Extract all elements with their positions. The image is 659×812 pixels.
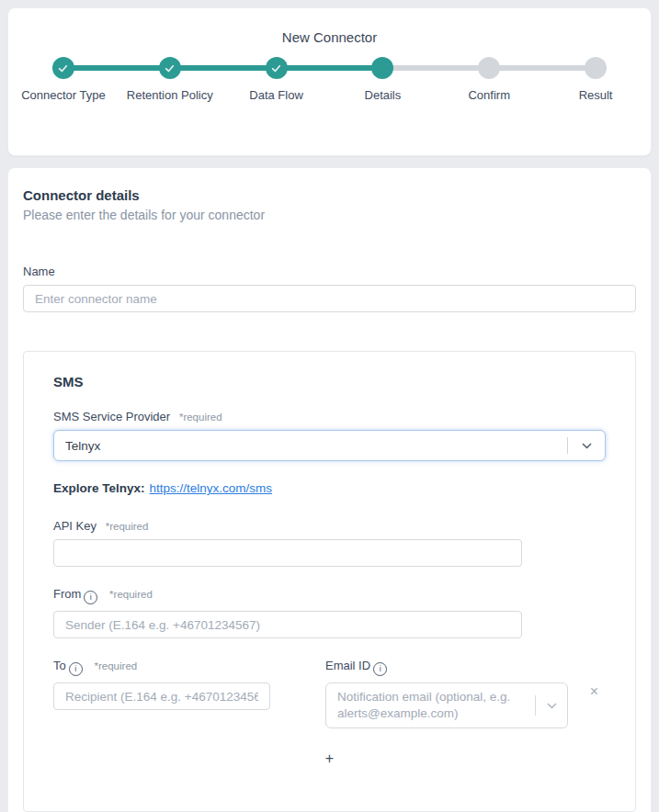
step-label: Connector Type (21, 88, 106, 102)
from-label: From (53, 587, 81, 601)
chevron-down-icon (536, 683, 567, 727)
check-icon (270, 62, 282, 74)
page-subtitle: Please enter the details for your connec… (23, 208, 636, 222)
to-label: To (53, 659, 66, 672)
step-label: Result (579, 88, 613, 102)
email-id-combobox[interactable]: Notification email (optional, e.g. alert… (325, 682, 568, 728)
required-badge: *required (95, 660, 138, 671)
step-label: Confirm (468, 88, 510, 102)
info-icon[interactable]: i (84, 591, 97, 604)
step-label: Retention Policy (127, 88, 213, 102)
page-title: Connector details (23, 187, 636, 203)
details-panel: Connector details Please enter the detai… (7, 167, 652, 812)
step-circle-complete (159, 57, 181, 79)
name-field: Name (23, 265, 636, 312)
sms-section: SMS SMS Service Provider *required Telny… (23, 351, 636, 812)
check-icon (164, 62, 176, 74)
explore-label: Explore Telnyx: (53, 481, 145, 495)
step-confirm: Confirm (436, 57, 542, 102)
connector-name-input[interactable] (23, 285, 636, 312)
wizard-card: New Connector Connector Type Retention P… (7, 7, 652, 156)
step-circle-upcoming (585, 57, 607, 79)
email-id-placeholder: Notification email (optional, e.g. alert… (326, 683, 535, 727)
to-email-row: Toi *required Email IDi Notification ema… (53, 659, 606, 728)
step-circle-complete (52, 57, 74, 79)
step-label: Details (365, 88, 402, 102)
wizard-title: New Connector (8, 8, 651, 45)
email-id-label: Email ID (325, 659, 370, 672)
provider-selected-value: Telnyx (54, 439, 567, 453)
provider-link[interactable]: https://telnyx.com/sms (150, 481, 273, 495)
from-field: Fromi *required (53, 587, 606, 638)
check-icon (57, 62, 69, 74)
add-row-button[interactable]: + (320, 749, 339, 769)
explore-provider-line: Explore Telnyx:https://telnyx.com/sms (53, 481, 606, 495)
to-field: Toi *required (53, 659, 270, 710)
required-badge: *required (179, 412, 222, 423)
chevron-down-icon (568, 440, 605, 452)
info-icon[interactable]: i (373, 662, 387, 676)
step-label: Data Flow (249, 88, 303, 102)
step-result: Result (542, 57, 649, 102)
step-connector-type[interactable]: Connector Type (10, 57, 117, 102)
api-key-input[interactable] (53, 539, 522, 567)
name-label: Name (23, 265, 636, 278)
email-id-field: Email IDi Notification email (optional, … (325, 659, 568, 728)
provider-label: SMS Service Provider (53, 410, 170, 423)
remove-row-button[interactable]: × (588, 682, 600, 701)
step-circle-complete (266, 57, 288, 79)
sms-heading: SMS (53, 374, 606, 389)
step-circle-current (371, 57, 393, 79)
from-input[interactable] (53, 611, 522, 638)
provider-select[interactable]: Telnyx (53, 430, 606, 461)
wizard-stepper: Connector Type Retention Policy Data Flo… (8, 57, 651, 102)
required-badge: *required (106, 521, 149, 532)
provider-field: SMS Service Provider *required Telnyx (53, 410, 606, 461)
api-key-label: API Key (53, 519, 97, 533)
step-details[interactable]: Details (329, 57, 436, 102)
step-circle-upcoming (478, 57, 500, 79)
api-key-field: API Key *required (53, 519, 606, 567)
info-icon[interactable]: i (69, 662, 83, 676)
to-input[interactable] (53, 682, 270, 710)
step-retention-policy[interactable]: Retention Policy (117, 57, 223, 102)
step-data-flow[interactable]: Data Flow (223, 57, 330, 102)
required-badge: *required (109, 589, 153, 600)
